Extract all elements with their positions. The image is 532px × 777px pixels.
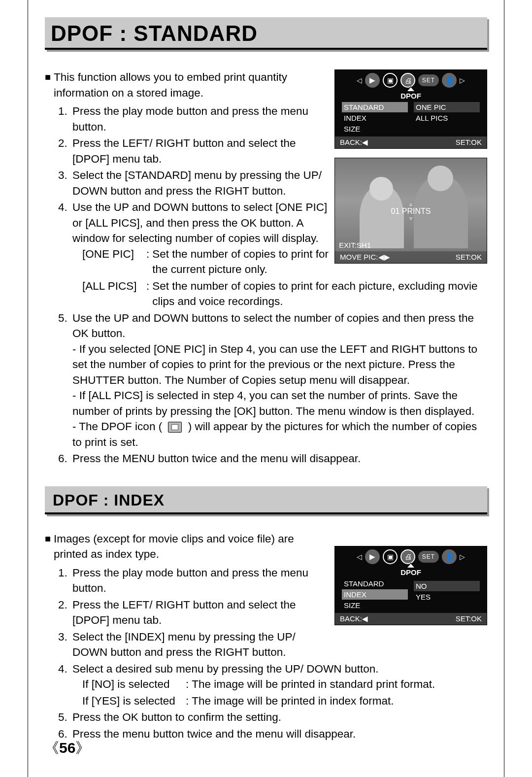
prints-count: 01 PRINTS bbox=[391, 207, 431, 215]
section-standard-title-bar: DPOF : STANDARD bbox=[45, 17, 487, 50]
def-all-pics-desc: Set the number of copies to print for ea… bbox=[152, 278, 487, 309]
section-index-title: DPOF : INDEX bbox=[53, 491, 479, 509]
figure-dpof-standard: ◁ ▶ ▣ 🖨 SET 👤 ▷ DPOF STANDARD INDEX SIZE bbox=[334, 69, 487, 264]
set-pill-icon: SET bbox=[418, 74, 439, 86]
menu-item-index: INDEX bbox=[342, 589, 408, 600]
section-index-intro: Images (except for movie clips and voice… bbox=[54, 531, 330, 562]
menu-back-label: BACK:◀ bbox=[340, 614, 368, 623]
section-standard-title: DPOF : STANDARD bbox=[51, 21, 481, 46]
idx-step-4: Select a desired sub menu by pressing th… bbox=[70, 661, 487, 709]
dpof-header: DPOF bbox=[335, 91, 487, 101]
info-icon: 👤 bbox=[442, 549, 457, 564]
def-no-desc: The image will be printed in standard pr… bbox=[192, 676, 435, 692]
photo-set-label: SET:OK bbox=[456, 253, 482, 262]
menu-item-standard: STANDARD bbox=[342, 578, 408, 589]
photo-move-label: MOVE PIC:◀▶ bbox=[340, 253, 390, 262]
slideshow-icon: ▣ bbox=[383, 73, 398, 88]
menu-item-index: INDEX bbox=[342, 113, 408, 123]
page-content: DPOF : STANDARD ◁ ▶ ▣ 🖨 SET 👤 ▷ DPOF STA… bbox=[28, 0, 504, 743]
menu-set-label: SET:OK bbox=[456, 614, 482, 623]
def-all-pics-label: [ALL PICS] bbox=[82, 278, 146, 309]
step-5-sub1: If you selected [ONE PIC] in Step 4, you… bbox=[72, 343, 477, 386]
play-icon: ▶ bbox=[365, 549, 380, 564]
bullet-icon: ■ bbox=[45, 69, 51, 101]
def-one-pic-label: [ONE PIC] bbox=[82, 246, 146, 277]
menu-item-size: SIZE bbox=[342, 600, 408, 610]
def-yes-label: If [YES] is selected bbox=[82, 693, 186, 709]
dpof-tab-icon: 🖨 bbox=[400, 549, 415, 564]
photo-exit-label: EXIT:SH1 bbox=[339, 241, 371, 249]
up-arrow-icon: ▵ bbox=[391, 202, 431, 207]
menu-item-standard: STANDARD bbox=[342, 102, 408, 112]
bullet-icon: ■ bbox=[45, 531, 51, 562]
section-index-title-bar: DPOF : INDEX bbox=[45, 486, 487, 514]
nav-right-icon: ▷ bbox=[460, 76, 465, 84]
menu-item-no: NO bbox=[414, 581, 480, 591]
dpof-tab-icon: 🖨 bbox=[400, 73, 415, 88]
step-5-sub2: If [ALL PICS] is selected in step 4, you… bbox=[72, 389, 474, 417]
dpof-header-2: DPOF bbox=[335, 567, 487, 577]
idx-step-6: Press the menu button twice and the menu… bbox=[70, 726, 487, 742]
step-6: Press the MENU button twice and the menu… bbox=[70, 451, 487, 467]
figure-dpof-index: ◁ ▶ ▣ 🖨 SET 👤 ▷ DPOF STANDARD INDEX SIZE bbox=[334, 546, 487, 625]
section-standard-intro: This function allows you to embed print … bbox=[54, 69, 330, 101]
def-no-label: If [NO] is selected bbox=[82, 676, 186, 692]
play-icon: ▶ bbox=[365, 73, 380, 88]
info-icon: 👤 bbox=[442, 73, 457, 88]
down-arrow-icon: ▿ bbox=[391, 216, 431, 221]
menu-item-yes: YES bbox=[414, 592, 480, 602]
nav-left-icon: ◁ bbox=[357, 553, 362, 561]
lcd-photo-preview: ▵ 01 PRINTS ▿ EXIT:SH1 MOVE PIC:◀▶ SET:O… bbox=[334, 158, 487, 264]
nav-left-icon: ◁ bbox=[357, 76, 362, 84]
idx-step-5: Press the OK button to confirm the setti… bbox=[70, 709, 487, 725]
menu-back-label: BACK:◀ bbox=[340, 138, 368, 147]
lcd-menu-index: ◁ ▶ ▣ 🖨 SET 👤 ▷ DPOF STANDARD INDEX SIZE bbox=[334, 546, 487, 625]
menu-set-label: SET:OK bbox=[456, 138, 482, 147]
def-one-pic-desc: Set the number of copies to print for th… bbox=[152, 246, 330, 277]
dpof-inline-icon bbox=[168, 422, 182, 433]
idx-step-3: Select the [INDEX] menu by pressing the … bbox=[70, 629, 487, 660]
menu-item-all-pics: ALL PICS bbox=[414, 113, 480, 123]
menu-item-one-pic: ONE PIC bbox=[414, 102, 480, 112]
def-yes-desc: The image will be printed in index forma… bbox=[192, 693, 394, 709]
menu-item-size: SIZE bbox=[342, 124, 408, 134]
prints-overlay: ▵ 01 PRINTS ▿ bbox=[391, 202, 431, 221]
step-5: Use the UP and DOWN buttons to select th… bbox=[70, 310, 487, 450]
step-5-sub3a: The DPOF icon ( bbox=[79, 420, 162, 433]
nav-right-icon: ▷ bbox=[460, 553, 465, 561]
slideshow-icon: ▣ bbox=[383, 549, 398, 564]
page-number: 《56》 bbox=[44, 738, 90, 758]
set-pill-icon: SET bbox=[418, 551, 439, 563]
lcd-menu-standard: ◁ ▶ ▣ 🖨 SET 👤 ▷ DPOF STANDARD INDEX SIZE bbox=[334, 69, 487, 149]
